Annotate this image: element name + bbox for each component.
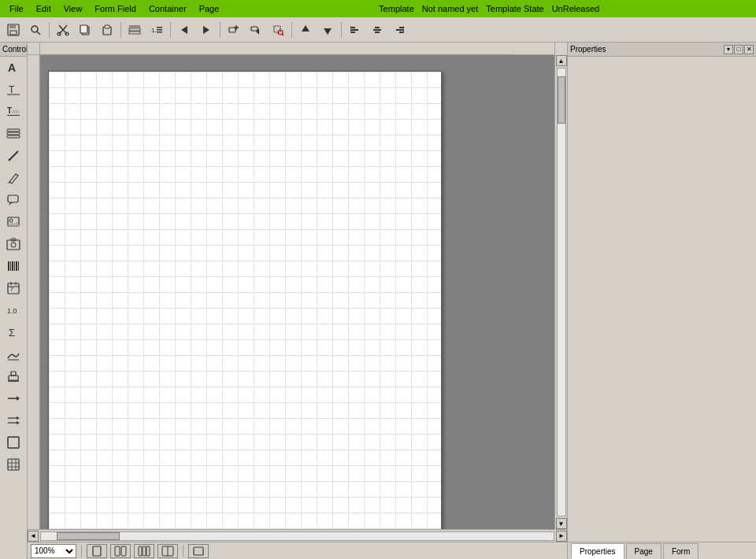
svg-rect-19 xyxy=(157,27,162,28)
add-field-button[interactable] xyxy=(224,20,244,39)
svg-rect-39 xyxy=(373,29,381,31)
svg-text:Σ: Σ xyxy=(9,327,15,339)
svg-rect-65 xyxy=(8,261,9,271)
tool-text[interactable]: A xyxy=(2,57,25,78)
vscroll-track[interactable] xyxy=(557,68,566,516)
properties-pin-button[interactable]: ▾ xyxy=(724,45,733,54)
svg-marker-87 xyxy=(17,421,20,424)
toolbar: 1. xyxy=(0,17,756,43)
copy-button[interactable] xyxy=(75,20,95,39)
release-status: UnReleased xyxy=(552,4,600,13)
tool-signature[interactable] xyxy=(2,344,25,365)
tool-image[interactable] xyxy=(2,212,25,232)
view-preview-button[interactable] xyxy=(188,544,209,558)
arrow-down-button[interactable] xyxy=(317,20,338,39)
paste-button[interactable] xyxy=(97,20,117,39)
numbered-button[interactable]: 1. xyxy=(146,20,167,39)
select-button[interactable] xyxy=(268,20,288,39)
tool-box[interactable] xyxy=(2,432,25,453)
tool-arrow-right[interactable] xyxy=(2,388,25,409)
bottom-sep2 xyxy=(183,545,183,557)
cut-button[interactable] xyxy=(53,20,73,39)
list-view-button[interactable] xyxy=(124,20,145,39)
vscroll-up-button[interactable]: ▲ xyxy=(556,55,567,66)
align-right-button[interactable] xyxy=(389,20,410,39)
svg-marker-23 xyxy=(203,26,209,34)
tool-pencil[interactable] xyxy=(2,146,25,166)
hscroll-right-button[interactable]: ► xyxy=(556,531,567,542)
arrow-up-button[interactable] xyxy=(295,20,316,39)
view-two-column-button[interactable] xyxy=(110,544,131,558)
tool-textfield[interactable]: T xyxy=(2,80,25,100)
tab-properties[interactable]: Properties xyxy=(571,543,624,559)
menu-page[interactable]: Page xyxy=(193,2,226,15)
svg-text:1.: 1. xyxy=(151,27,157,34)
svg-marker-61 xyxy=(8,221,19,226)
move-down-button[interactable] xyxy=(246,20,266,39)
view-split-button[interactable] xyxy=(158,544,178,558)
tool-calendar[interactable]: 7 xyxy=(2,278,25,298)
hscrollbar: ◄ ► xyxy=(28,529,567,542)
svg-rect-2 xyxy=(10,31,17,35)
svg-marker-58 xyxy=(9,202,13,205)
vscroll-down-button[interactable]: ▼ xyxy=(556,518,567,529)
prev-page-button[interactable] xyxy=(174,20,195,39)
menu-edit[interactable]: Edit xyxy=(30,2,57,15)
svg-text:ab: ab xyxy=(12,108,19,115)
save-button[interactable] xyxy=(3,20,24,39)
svg-rect-79 xyxy=(9,376,18,380)
svg-point-60 xyxy=(9,219,13,222)
svg-text:A: A xyxy=(8,61,16,74)
svg-rect-67 xyxy=(12,261,13,271)
tool-grid[interactable] xyxy=(2,454,25,475)
svg-rect-1 xyxy=(9,24,16,28)
svg-line-9 xyxy=(59,30,63,34)
svg-text:1.0: 1.0 xyxy=(7,307,17,315)
svg-rect-51 xyxy=(7,129,20,131)
properties-undock-button[interactable]: □ xyxy=(734,45,743,54)
menu-file[interactable]: File xyxy=(3,2,30,15)
canvas-page[interactable] xyxy=(48,71,442,529)
svg-rect-16 xyxy=(129,28,140,31)
menu-view[interactable]: View xyxy=(57,2,89,15)
tool-formula[interactable]: Σ xyxy=(2,322,25,342)
tool-multi-arrow[interactable] xyxy=(2,410,25,431)
hscroll-left-button[interactable]: ◄ xyxy=(28,531,39,542)
next-page-button[interactable] xyxy=(196,20,217,39)
menu-container[interactable]: Container xyxy=(143,2,193,15)
svg-rect-12 xyxy=(80,25,87,33)
tool-stamp[interactable] xyxy=(2,366,25,387)
svg-rect-100 xyxy=(143,546,146,556)
properties-close-button[interactable]: ✕ xyxy=(744,45,754,54)
menu-formfield[interactable]: Form Field xyxy=(88,2,143,15)
tool-textarea[interactable]: Tab xyxy=(2,102,25,122)
hscroll-thumb[interactable] xyxy=(57,532,120,540)
tool-numeric[interactable]: 1.0 xyxy=(2,300,25,320)
svg-rect-53 xyxy=(7,135,20,138)
svg-rect-69 xyxy=(16,261,17,271)
canvas-scroll-area[interactable] xyxy=(40,55,554,529)
vscroll-thumb[interactable] xyxy=(558,76,565,124)
bottom-sep1 xyxy=(81,545,82,557)
hscroll-track[interactable] xyxy=(40,531,554,541)
sep5 xyxy=(291,22,292,38)
svg-rect-62 xyxy=(7,240,20,250)
tool-pen[interactable] xyxy=(2,168,25,188)
svg-point-3 xyxy=(32,26,38,32)
tool-list[interactable] xyxy=(2,124,25,144)
tool-photo[interactable] xyxy=(2,234,25,254)
svg-marker-32 xyxy=(302,25,309,31)
svg-rect-88 xyxy=(8,437,19,448)
tool-callout[interactable] xyxy=(2,190,25,210)
view-single-button[interactable] xyxy=(87,544,107,558)
tab-form[interactable]: Form xyxy=(663,543,699,559)
align-left-button[interactable] xyxy=(345,20,365,39)
svg-rect-40 xyxy=(375,31,380,33)
zoom-select[interactable]: 100% 50% 75% 125% 150% 200% xyxy=(31,544,76,558)
tab-page[interactable]: Page xyxy=(626,543,662,559)
tool-barcode[interactable] xyxy=(2,256,25,276)
view-three-column-button[interactable] xyxy=(134,544,154,558)
find-button[interactable] xyxy=(25,20,46,39)
align-center-button[interactable] xyxy=(367,20,387,39)
svg-point-63 xyxy=(11,242,16,247)
